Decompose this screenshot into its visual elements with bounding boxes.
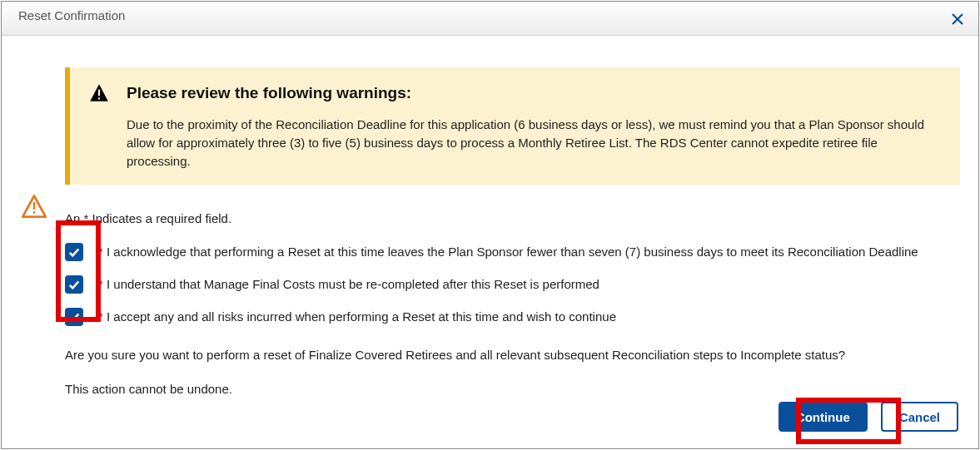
checkmark-icon <box>68 311 80 323</box>
button-row: Continue Cancel <box>779 402 958 432</box>
modal-title: Reset Confirmation <box>2 8 125 22</box>
reset-confirmation-modal: Reset Confirmation Please review the fol… <box>1 1 979 449</box>
required-field-note: An * Indicates a required field. <box>65 210 960 227</box>
close-button[interactable] <box>948 10 967 28</box>
warning-banner: Please review the following warnings: Du… <box>65 67 960 185</box>
checkbox-acknowledge[interactable] <box>65 243 83 261</box>
modal-body: Please review the following warnings: Du… <box>2 36 978 448</box>
check-row-understand: * I understand that Manage Final Costs m… <box>65 276 960 294</box>
checkbox-understand[interactable] <box>65 275 83 294</box>
warning-header-row: Please review the following warnings: <box>88 82 935 104</box>
checkbox-label-understand: * I understand that Manage Final Costs m… <box>98 276 599 293</box>
warning-heading: Please review the following warnings: <box>127 84 411 102</box>
modal-header: Reset Confirmation <box>2 2 978 36</box>
svg-rect-2 <box>98 90 100 96</box>
svg-rect-5 <box>33 211 36 214</box>
close-icon <box>951 12 964 26</box>
continue-button[interactable]: Continue <box>779 402 868 432</box>
checkmark-icon <box>68 279 80 290</box>
check-row-accept: * I accept any and all risks incurred wh… <box>65 309 960 326</box>
svg-rect-4 <box>33 202 36 210</box>
warning-triangle-icon <box>88 82 110 104</box>
confirm-question: Are you sure you want to perform a reset… <box>65 346 960 363</box>
checkmark-icon <box>68 246 80 258</box>
warning-body-text: Due to the proximity of the Reconciliati… <box>127 116 935 170</box>
check-row-acknowledge: * I acknowledge that performing a Reset … <box>65 244 960 261</box>
acknowledgment-checklist: * I acknowledge that performing a Reset … <box>65 244 960 326</box>
undo-note: This action cannot be undone. <box>65 380 960 398</box>
checkbox-label-accept: * I accept any and all risks incurred wh… <box>98 309 616 325</box>
svg-rect-3 <box>98 97 100 99</box>
alert-triangle-icon <box>22 194 47 219</box>
checkbox-label-acknowledge: * I acknowledge that performing a Reset … <box>98 244 918 260</box>
checkbox-accept[interactable] <box>65 308 83 326</box>
cancel-button[interactable]: Cancel <box>881 402 958 432</box>
